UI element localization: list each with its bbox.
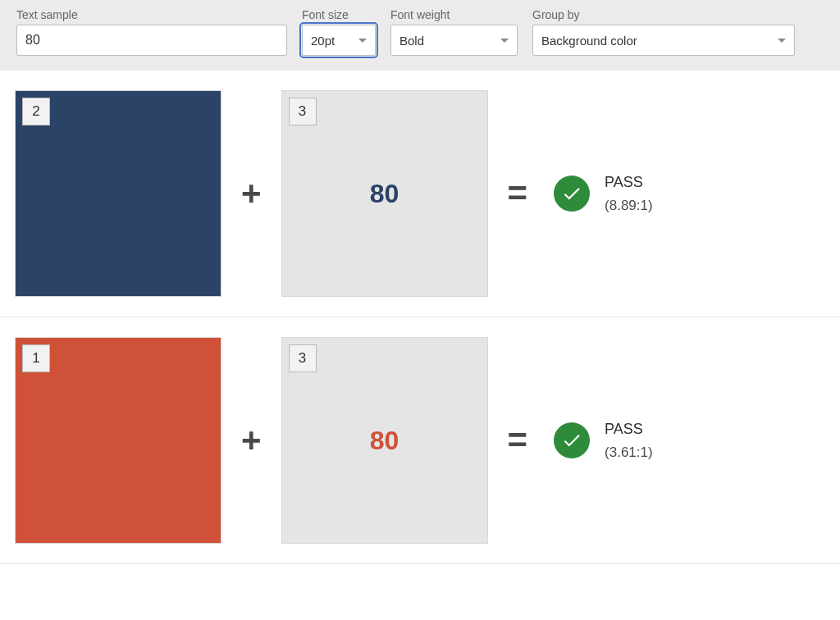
font-size-value: 20pt <box>311 34 335 48</box>
swatch-badge: 3 <box>289 344 317 372</box>
font-weight-value: Bold <box>399 34 424 48</box>
chevron-down-icon <box>500 39 509 43</box>
group-by-field: Group by Background color <box>532 8 795 56</box>
text-sample-input[interactable] <box>16 25 287 56</box>
group-by-label: Group by <box>532 8 795 21</box>
group-by-select[interactable]: Background color <box>532 25 795 56</box>
plus-icon: + <box>241 421 262 460</box>
result-label: PASS <box>605 174 653 191</box>
background-swatch[interactable]: 2 <box>15 90 221 297</box>
group-by-value: Background color <box>541 34 637 48</box>
font-size-select[interactable]: 20pt <box>302 25 376 56</box>
swatch-badge: 1 <box>22 344 50 372</box>
result: PASS (8.89:1) <box>554 174 653 214</box>
sample-text: 80 <box>370 179 399 209</box>
result-ratio: (3.61:1) <box>605 444 653 461</box>
chevron-down-icon <box>778 39 786 43</box>
text-sample-label: Text sample <box>16 8 287 21</box>
result: PASS (3.61:1) <box>554 421 653 461</box>
sample-text: 80 <box>370 426 399 456</box>
background-swatch[interactable]: 1 <box>15 337 221 544</box>
foreground-swatch[interactable]: 3 80 <box>281 337 488 544</box>
check-icon <box>554 176 590 212</box>
equals-icon: = <box>508 174 528 213</box>
swatch-badge: 2 <box>22 98 50 125</box>
contrast-row: 1 + 3 80 = PASS (3.61:1) <box>0 317 840 564</box>
font-size-label: Font size <box>302 8 376 21</box>
chevron-down-icon <box>358 39 367 43</box>
contrast-row: 2 + 3 80 = PASS (8.89:1) <box>0 71 840 317</box>
plus-icon: + <box>241 174 262 213</box>
result-ratio: (8.89:1) <box>605 198 653 214</box>
result-text: PASS (8.89:1) <box>605 174 653 214</box>
toolbar: Text sample Font size 20pt Font weight B… <box>0 0 840 71</box>
font-weight-select[interactable]: Bold <box>390 25 518 56</box>
contrast-rows: 2 + 3 80 = PASS (8.89:1) 1 + 3 80 = <box>0 71 840 564</box>
font-weight-label: Font weight <box>390 8 518 21</box>
equals-icon: = <box>508 421 528 460</box>
result-label: PASS <box>605 421 653 438</box>
font-weight-field: Font weight Bold <box>390 8 518 56</box>
swatch-badge: 3 <box>289 98 317 125</box>
font-size-field: Font size 20pt <box>302 8 376 56</box>
result-text: PASS (3.61:1) <box>605 421 653 461</box>
check-icon <box>554 422 590 458</box>
text-sample-field: Text sample <box>16 8 287 56</box>
foreground-swatch[interactable]: 3 80 <box>281 90 488 297</box>
